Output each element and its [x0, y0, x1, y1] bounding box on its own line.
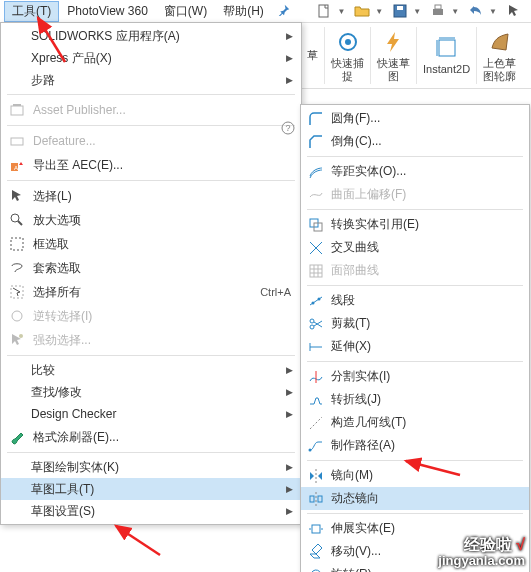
open-button[interactable]	[349, 1, 375, 21]
svg-point-6	[345, 39, 351, 45]
menu-select[interactable]: 选择(L)	[1, 184, 301, 208]
svg-rect-15	[11, 238, 23, 250]
submenu-arrow-icon: ▶	[286, 387, 293, 397]
new-button[interactable]	[311, 1, 337, 21]
submenu-mirror[interactable]: 镜向(M)	[301, 464, 529, 487]
submenu-dynamic-mirror[interactable]: 动态镜向	[301, 487, 529, 510]
menu-box-selection[interactable]: 框选取	[1, 232, 301, 256]
select-arrow-button[interactable]	[501, 1, 527, 21]
menu-tools[interactable]: 工具(T)	[4, 1, 59, 22]
ribbon-group-sketch[interactable]: 草	[301, 23, 324, 88]
submenu-intersection-curve[interactable]: 交叉曲线	[301, 236, 529, 259]
ribbon-instant2d[interactable]: Instant2D	[417, 23, 476, 88]
submenu-trim[interactable]: 剪裁(T)	[301, 312, 529, 335]
submenu-split-entities[interactable]: 分割实体(I)	[301, 365, 529, 388]
svg-rect-28	[312, 525, 320, 533]
submenu-offset-entities[interactable]: 等距实体(O)...	[301, 160, 529, 183]
submenu-arrow-icon: ▶	[286, 31, 293, 41]
aec-icon: AEC	[5, 157, 29, 173]
split-icon	[304, 369, 328, 385]
menu-magnified-selection[interactable]: 放大选项	[1, 208, 301, 232]
ribbon-quick-snap[interactable]: 快速捕捉	[325, 23, 370, 88]
menu-routing[interactable]: 步路▶	[1, 69, 301, 91]
menu-compare[interactable]: 比较▶	[1, 359, 301, 381]
pin-icon[interactable]	[272, 4, 296, 19]
target-icon	[335, 29, 361, 55]
menu-lasso-selection[interactable]: 套索选取	[1, 256, 301, 280]
dropdown-icon[interactable]: ▼	[489, 7, 497, 16]
ribbon-label: 捉	[342, 70, 353, 82]
submenu-fillet[interactable]: 圆角(F)...	[301, 107, 529, 130]
submenu-construction-geometry[interactable]: 构造几何线(T)	[301, 411, 529, 434]
jog-icon	[304, 392, 328, 408]
menu-solidworks-apps[interactable]: SOLIDWORKS 应用程序(A)▶	[1, 25, 301, 47]
svg-point-23	[310, 319, 314, 323]
ribbon-label: 图	[388, 70, 399, 82]
offset-icon	[304, 164, 328, 180]
annotation-arrow	[110, 520, 180, 560]
ribbon-label: 草	[307, 49, 318, 61]
submenu-surface-offset: 曲面上偏移(F)	[301, 183, 529, 206]
dropdown-icon[interactable]: ▼	[413, 7, 421, 16]
menu-photoview[interactable]: PhotoView 360	[59, 2, 156, 20]
ribbon-label: 图轮廓	[483, 70, 516, 82]
svg-rect-11	[11, 138, 23, 145]
lightning-icon	[381, 29, 407, 55]
scissors-icon	[304, 316, 328, 332]
submenu-arrow-icon: ▶	[286, 365, 293, 375]
submenu-arrow-icon: ▶	[286, 53, 293, 63]
menu-help[interactable]: 帮助(H)	[215, 1, 272, 22]
svg-text:AEC: AEC	[14, 165, 25, 171]
dropdown-icon[interactable]: ▼	[337, 7, 345, 16]
dynamic-mirror-icon	[304, 491, 328, 507]
menu-format-painter[interactable]: 格式涂刷器(E)...	[1, 425, 301, 449]
ribbon: 草 快速捕捉 快速草图 Instant2D 上色草图轮廓	[301, 23, 531, 89]
sketch-tools-submenu: 圆角(F)... 倒角(C)... 等距实体(O)... 曲面上偏移(F) 转换…	[300, 104, 530, 572]
submenu-convert-entities[interactable]: 转换实体引用(E)	[301, 213, 529, 236]
menu-xpress-products[interactable]: Xpress 产品(X)▶	[1, 47, 301, 69]
submenu-arrow-icon: ▶	[286, 484, 293, 494]
menu-find-modify[interactable]: 查找/修改▶	[1, 381, 301, 403]
save-button[interactable]	[387, 1, 413, 21]
print-button[interactable]	[425, 1, 451, 21]
segment-icon	[304, 293, 328, 309]
submenu-segment[interactable]: 线段	[301, 289, 529, 312]
svg-point-14	[11, 214, 19, 222]
submenu-arrow-icon: ▶	[286, 409, 293, 419]
svg-rect-27	[318, 496, 322, 502]
asset-icon	[5, 102, 29, 118]
shortcut-label: Ctrl+A	[260, 286, 291, 298]
svg-point-24	[310, 325, 314, 329]
undo-button[interactable]	[463, 1, 489, 21]
dropdown-icon[interactable]: ▼	[375, 7, 383, 16]
menu-export-aec[interactable]: AEC 导出至 AEC(E)...	[1, 153, 301, 177]
magnify-icon	[5, 212, 29, 228]
dropdown-icon[interactable]: ▼	[451, 7, 459, 16]
menu-select-all[interactable]: 选择所有 Ctrl+A	[1, 280, 301, 304]
submenu-make-path[interactable]: 制作路径(A)	[301, 434, 529, 457]
ribbon-label: 快速草	[377, 57, 410, 69]
invert-icon	[5, 308, 29, 324]
submenu-chamfer[interactable]: 倒角(C)...	[301, 130, 529, 153]
power-select-icon	[5, 332, 29, 348]
construction-icon	[304, 415, 328, 431]
submenu-jog-line[interactable]: 转折线(J)	[301, 388, 529, 411]
submenu-extend[interactable]: 延伸(X)	[301, 335, 529, 358]
standard-toolbar: ▼ ▼ ▼ ▼ ▼	[311, 0, 531, 22]
menu-asset-publisher: Asset Publisher...	[1, 98, 301, 122]
ribbon-shaded-sketch[interactable]: 上色草图轮廓	[477, 23, 522, 88]
menu-sketch-tools[interactable]: 草图工具(T)▶	[1, 478, 301, 500]
dimension-icon	[434, 35, 460, 61]
submenu-arrow-icon: ▶	[286, 462, 293, 472]
ribbon-rapid-sketch[interactable]: 快速草图	[371, 23, 416, 88]
watermark: 经验啦 √ jingyanla.com	[438, 536, 525, 568]
menu-design-checker[interactable]: Design Checker▶	[1, 403, 301, 425]
mirror-icon	[304, 468, 328, 484]
lasso-icon	[5, 260, 29, 276]
menu-invert-selection: 逆转选择(I)	[1, 304, 301, 328]
menu-sketch-entities[interactable]: 草图绘制实体(K)▶	[1, 456, 301, 478]
menu-window[interactable]: 窗口(W)	[156, 1, 215, 22]
menu-sketch-settings[interactable]: 草图设置(S)▶	[1, 500, 301, 522]
svg-rect-16	[11, 286, 23, 298]
svg-point-21	[312, 301, 315, 304]
